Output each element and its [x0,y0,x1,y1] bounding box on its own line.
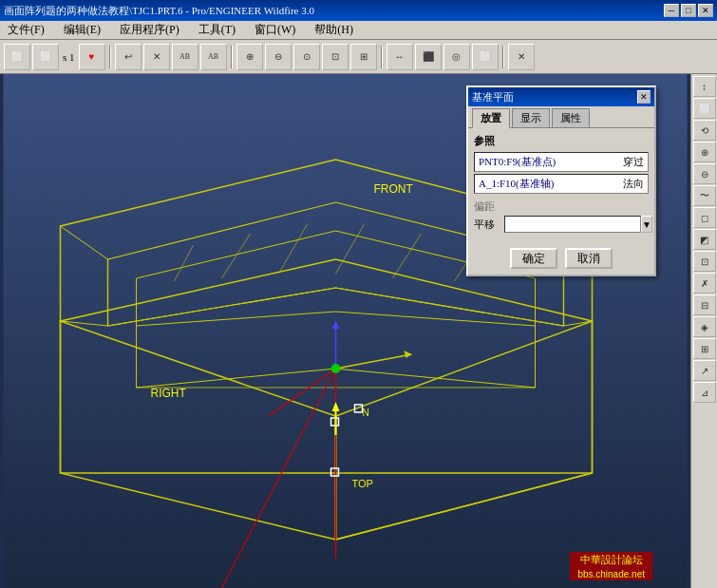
sidebar-icon-10[interactable]: ✗ [693,273,716,294]
menu-file[interactable]: 文件(F) [4,20,48,40]
toolbar-separator-4 [502,46,504,68]
toolbar-btn-16[interactable]: ✕ [508,44,535,70]
sidebar-icon-6[interactable]: 〜 [693,185,716,206]
sidebar-icon-15[interactable]: ⊿ [693,382,716,403]
minimize-button[interactable]: ─ [664,4,679,17]
toolbar-btn-5[interactable]: AB [172,44,198,70]
toolbar-label-s1: s 1 [61,51,77,63]
menu-edit[interactable]: 编辑(E) [60,20,104,40]
dialog-title-bar: 基准平面 ✕ [468,87,654,106]
sidebar-icon-13[interactable]: ⊞ [693,338,716,359]
toolbar-btn-8[interactable]: ⊖ [265,44,292,70]
watermark-line2: bbs.chinade.net [570,568,652,580]
toolbar-btn-2[interactable]: ⬜ [32,44,59,70]
toolbar: ⬜ ⬜ s 1 ♥ ↩ ✕ AB AB ⊕ ⊖ ⊙ ⊡ ⊞ ↔ ⬛ ◎ ⬜ ✕ [0,40,717,74]
svg-text:TOP: TOP [352,478,373,489]
dialog-tab-display[interactable]: 显示 [512,108,550,127]
dialog-tab-placement[interactable]: 放置 [472,108,510,128]
dialog-tabs: 放置 显示 属性 [468,106,654,128]
dialog-section-refs: 参照 [474,134,649,148]
menu-window[interactable]: 窗口(W) [251,20,299,40]
toolbar-btn-1[interactable]: ⬜ [4,44,30,70]
toolbar-btn-11[interactable]: ⊞ [350,44,377,70]
svg-text:N: N [363,408,369,418]
toolbar-btn-4[interactable]: ✕ [143,44,170,70]
sidebar-icon-11[interactable]: ⊟ [693,294,716,315]
toolbar-separator-2 [231,46,233,68]
dialog-datum-plane: 基准平面 ✕ 放置 显示 属性 参照 PNT0:F9(基准点) 穿过 A_1:F… [466,85,656,276]
right-sidebar: ↕ ⬜ ⟲ ⊕ ⊖ 〜 ◻ ◩ ⊡ ✗ ⊟ ◈ ⊞ ↗ ⊿ [690,74,717,588]
dialog-cancel-button[interactable]: 取消 [565,248,613,269]
svg-text:FRONT: FRONT [374,182,414,196]
viewport[interactable]: FRONT RIGHT TOP N A_1 基准平面 ✕ 放置 显示 属性 [0,74,690,588]
toolbar-btn-12[interactable]: ↔ [387,44,413,70]
toolbar-btn-10[interactable]: ⊡ [322,44,349,70]
close-button[interactable]: ✕ [698,4,713,17]
sidebar-icon-12[interactable]: ◈ [693,316,716,337]
dialog-ref-1-name: PNT0:F9(基准点) [479,155,615,169]
title-bar: 画面阵列题的两种做法教程\TJC1.PRT.6 - Pro/ENGINEER W… [0,0,717,21]
menu-tools[interactable]: 工具(T) [195,20,239,40]
sidebar-icon-5[interactable]: ⊖ [693,163,716,184]
dialog-flat-row: 平移 ▼ [474,216,649,233]
dialog-bias-row: 偏距 [474,199,649,214]
menu-bar: 文件(F) 编辑(E) 应用程序(P) 工具(T) 窗口(W) 帮助(H) [0,21,717,40]
sidebar-icon-9[interactable]: ⊡ [693,251,716,272]
dialog-ref-row-2[interactable]: A_1:F10(基准轴) 法向 [474,174,649,194]
toolbar-btn-7[interactable]: ⊕ [236,44,263,70]
watermark-line1: 中華設計論坛 [570,552,652,568]
sidebar-icon-2[interactable]: ⬜ [693,98,716,119]
maximize-button[interactable]: □ [681,4,696,17]
toolbar-btn-15[interactable]: ⬜ [472,44,499,70]
toolbar-btn-14[interactable]: ◎ [443,44,470,70]
dialog-flat-dropdown-btn[interactable]: ▼ [641,216,652,233]
dialog-ref-2-name: A_1:F10(基准轴) [479,177,615,191]
title-controls: ─ □ ✕ [664,4,713,17]
sidebar-icon-7[interactable]: ◻ [693,207,716,228]
sidebar-icon-3[interactable]: ⟲ [693,120,716,141]
main-area: FRONT RIGHT TOP N A_1 基准平面 ✕ 放置 显示 属性 [0,74,717,588]
dialog-tab-properties[interactable]: 属性 [552,108,590,127]
dialog-ref-row-1[interactable]: PNT0:F9(基准点) 穿过 [474,152,649,172]
toolbar-btn-9[interactable]: ⊙ [293,44,320,70]
dialog-buttons: 确定 取消 [468,244,654,275]
sidebar-icon-4[interactable]: ⊕ [693,142,716,162]
sidebar-icon-1[interactable]: ↕ [693,76,716,97]
dialog-bias-label: 偏距 [474,199,495,214]
title-bar-text: 画面阵列题的两种做法教程\TJC1.PRT.6 - Pro/ENGINEER W… [4,4,314,18]
dialog-ref-2-type: 法向 [623,177,644,191]
dialog-flat-input[interactable] [504,216,641,233]
dialog-ok-button[interactable]: 确定 [510,248,557,269]
toolbar-separator-3 [381,46,383,68]
menu-app[interactable]: 应用程序(P) [116,20,183,40]
watermark: 中華設計論坛 bbs.chinade.net [570,552,652,580]
toolbar-btn-3[interactable]: ↩ [115,44,142,70]
toolbar-btn-heart[interactable]: ♥ [79,44,105,70]
menu-help[interactable]: 帮助(H) [311,20,357,40]
svg-text:RIGHT: RIGHT [151,387,187,400]
dialog-title-text: 基准平面 [472,90,514,104]
svg-point-37 [331,364,341,373]
sidebar-icon-8[interactable]: ◩ [693,229,716,250]
toolbar-separator-1 [109,46,111,68]
dialog-ref-1-type: 穿过 [623,155,644,169]
dialog-content: 参照 PNT0:F9(基准点) 穿过 A_1:F10(基准轴) 法向 偏距 平移… [468,128,654,244]
sidebar-icon-14[interactable]: ↗ [693,360,716,381]
toolbar-btn-13[interactable]: ⬛ [415,44,442,70]
dialog-close-button[interactable]: ✕ [637,90,651,104]
dialog-flat-label: 平移 [474,218,500,232]
toolbar-btn-6[interactable]: AB [200,44,227,70]
